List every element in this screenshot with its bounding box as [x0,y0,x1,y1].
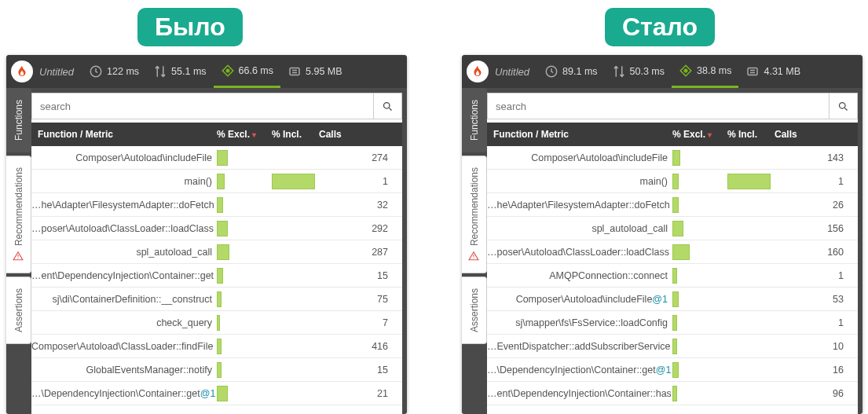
col-excl[interactable]: % Excl.▾ [672,129,727,140]
metric-cpu[interactable]: 38.8 ms [672,55,738,88]
cell-excl [217,170,272,192]
search-input[interactable] [488,93,829,119]
table-row[interactable]: spl_autoload_call156 [487,217,858,240]
col-excl[interactable]: % Excl.▾ [217,129,272,140]
svg-point-1 [225,68,229,72]
metric-memory[interactable]: 5.95 MB [280,55,350,88]
cell-incl [272,311,319,334]
table-row[interactable]: …poser\Autoload\ClassLoader::loadClass29… [31,217,402,240]
cell-excl [672,382,727,405]
col-calls[interactable]: Calls [319,129,402,140]
table-row[interactable]: AMQPConnection::connect1 [487,264,858,288]
search-input[interactable] [32,93,373,119]
tab-assertions[interactable]: Assertions [6,277,31,344]
table-row[interactable]: check_query7 [31,311,402,335]
metric-io[interactable]: 55.1 ms [146,55,213,88]
search [487,93,858,119]
col-incl[interactable]: % Incl. [272,129,319,140]
cell-excl [217,217,272,240]
cell-function: spl_autoload_call [31,247,217,258]
cell-incl [272,358,319,381]
svg-point-9 [840,102,846,108]
col-function[interactable]: Function / Metric [487,129,672,140]
cell-incl [272,382,319,405]
cell-incl [727,146,775,169]
cell-excl [217,240,272,263]
cell-incl [727,358,775,381]
cell-excl [672,264,727,287]
metric-time[interactable]: 89.1 ms [537,55,604,88]
svg-point-4 [384,102,390,108]
svg-point-8 [474,258,474,258]
tab-functions[interactable]: Functions [6,88,31,152]
table-row[interactable]: main()1 [487,170,858,193]
excl-bar [672,197,679,213]
incl-bar [272,174,315,189]
flame-icon[interactable] [467,60,489,82]
cell-function: …ent\DependencyInjection\Container::get [31,270,217,281]
cell-excl [672,311,727,334]
col-function[interactable]: Function / Metric [31,129,217,140]
cell-function: …he\Adapter\FilesystemAdapter::doFetch [31,200,217,211]
topbar: Untitled 122 ms 55.1 ms 66.6 ms 5.95 MB [6,55,407,88]
metric-io-value: 55.1 ms [171,66,206,77]
cell-function: …he\Adapter\FilesystemAdapter::doFetch [487,200,672,211]
table-row[interactable]: …poser\Autoload\ClassLoader::loadClass16… [487,240,858,264]
col-incl[interactable]: % Incl. [727,129,775,140]
tab-recommendations-label: Recommendations [469,167,480,246]
table-header: Function / Metric % Excl.▾ % Incl. Calls [31,123,402,146]
cell-calls: 274 [319,152,402,163]
warning-icon [469,251,480,262]
col-calls[interactable]: Calls [775,129,858,140]
table-row[interactable]: GlobalEventsManager::notify15 [31,358,402,382]
table-row[interactable]: main()1 [31,170,402,193]
cell-excl [672,170,727,192]
content-area: Function / Metric % Excl.▾ % Incl. Calls… [487,93,858,414]
table-row[interactable]: …\DependencyInjection\Container::get@121 [31,382,402,405]
table-row[interactable]: Composer\Autoload\includeFile@153 [487,288,858,311]
table-row[interactable]: …ent\DependencyInjection\Container::get1… [31,264,402,288]
cell-excl [672,358,727,381]
cell-function: main() [31,176,217,187]
cell-function: …poser\Autoload\ClassLoader::loadClass [487,247,672,258]
flame-icon[interactable] [11,60,33,82]
table-row[interactable]: spl_autoload_call287 [31,240,402,264]
table-row[interactable]: …EventDispatcher::addSubscriberService10 [487,335,858,358]
cell-calls: 416 [319,341,402,352]
badge-after: Стало [605,8,715,46]
cell-calls: 1 [319,176,402,187]
cell-calls: 160 [775,247,858,258]
table-row[interactable]: …\DependencyInjection\Container::get@116 [487,358,858,382]
cell-incl [727,382,775,405]
table-row[interactable]: Composer\Autoload\includeFile274 [31,146,402,170]
tab-functions[interactable]: Functions [462,88,487,152]
cell-calls: 156 [775,223,858,234]
metric-time[interactable]: 122 ms [82,55,146,88]
search-button[interactable] [373,93,401,119]
table-row[interactable]: sj\mapper\fs\FsService::loadConfig1 [487,311,858,335]
table-row[interactable]: Composer\Autoload\ClassLoader::findFile4… [31,335,402,358]
table-row[interactable]: …he\Adapter\FilesystemAdapter::doFetch32 [31,193,402,217]
excl-bar [672,150,680,166]
cell-excl [672,240,727,263]
tab-recommendations[interactable]: Recommendations [6,156,31,273]
cell-incl [272,240,319,263]
table-row[interactable]: Composer\Autoload\includeFile143 [487,146,858,170]
metric-memory[interactable]: 4.31 MB [738,55,808,88]
search-button[interactable] [829,93,857,119]
tab-recommendations[interactable]: Recommendations [462,156,487,273]
cell-excl [217,193,272,216]
warning-icon [13,251,24,262]
cell-incl [727,240,775,263]
excl-bar [672,362,679,378]
excl-bar [217,386,228,401]
metric-io[interactable]: 50.3 ms [605,55,672,88]
tab-assertions[interactable]: Assertions [462,277,487,344]
sort-caret-icon: ▾ [252,130,256,139]
metric-cpu[interactable]: 66.6 ms [214,55,280,88]
search-icon [837,101,849,112]
table-row[interactable]: …he\Adapter\FilesystemAdapter::doFetch26 [487,193,858,217]
table-row[interactable]: sj\di\ContainerDefinition::__construct75 [31,288,402,311]
cell-excl [217,311,272,334]
table-row[interactable]: …ent\DependencyInjection\Container::has9… [487,382,858,405]
